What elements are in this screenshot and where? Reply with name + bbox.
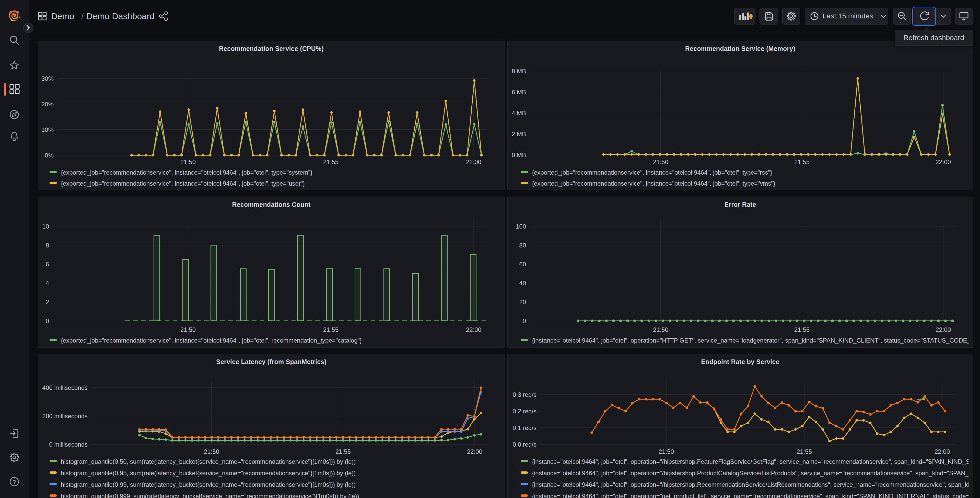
svg-text:21:50: 21:50: [204, 448, 219, 455]
svg-text:30%: 30%: [41, 75, 54, 82]
svg-text:21:55: 21:55: [323, 158, 339, 165]
svg-text:21:55: 21:55: [794, 158, 810, 165]
svg-text:22:00: 22:00: [935, 326, 951, 333]
svg-text:6 MB: 6 MB: [512, 89, 526, 96]
svg-text:21:50: 21:50: [653, 326, 668, 333]
svg-text:60: 60: [519, 261, 526, 268]
svg-text:0.3 req/s: 0.3 req/s: [513, 391, 536, 398]
svg-text:22:00: 22:00: [466, 158, 481, 165]
svg-text:80: 80: [519, 242, 526, 249]
svg-text:21:55: 21:55: [336, 448, 351, 455]
svg-text:0 MB: 0 MB: [512, 152, 526, 158]
svg-text:400 milliseconds: 400 milliseconds: [42, 384, 88, 391]
svg-text:4: 4: [46, 280, 49, 287]
svg-text:10: 10: [42, 223, 49, 230]
svg-text:21:50: 21:50: [180, 326, 196, 333]
svg-text:21:50: 21:50: [653, 158, 668, 165]
svg-text:21:55: 21:55: [323, 326, 339, 333]
svg-text:0: 0: [523, 318, 526, 324]
svg-text:21:50: 21:50: [659, 448, 674, 455]
svg-text:22:00: 22:00: [466, 326, 481, 333]
svg-text:0.0 req/s: 0.0 req/s: [513, 441, 536, 448]
svg-text:22:00: 22:00: [935, 158, 951, 165]
svg-text:200 milliseconds: 200 milliseconds: [42, 413, 88, 420]
svg-text:21:55: 21:55: [794, 326, 810, 333]
svg-text:100: 100: [516, 223, 526, 230]
svg-text:20: 20: [519, 298, 526, 305]
svg-text:8 MB: 8 MB: [512, 68, 526, 75]
svg-text:?: ?: [13, 479, 16, 485]
svg-text:0.1 req/s: 0.1 req/s: [513, 425, 536, 431]
svg-text:22:00: 22:00: [934, 448, 950, 455]
svg-text:20%: 20%: [41, 101, 54, 108]
svg-text:2 MB: 2 MB: [512, 131, 526, 137]
svg-text:2: 2: [46, 298, 49, 305]
svg-text:0%: 0%: [45, 152, 54, 159]
svg-text:0 milliseconds: 0 milliseconds: [49, 441, 88, 448]
svg-text:21:50: 21:50: [180, 158, 196, 165]
svg-text:6: 6: [46, 261, 49, 268]
svg-text:40: 40: [519, 280, 526, 287]
svg-text:8: 8: [46, 242, 49, 249]
svg-text:10%: 10%: [41, 126, 54, 133]
svg-text:22:00: 22:00: [467, 448, 482, 455]
svg-text:4 MB: 4 MB: [512, 110, 526, 117]
svg-text:0.2 req/s: 0.2 req/s: [513, 408, 536, 415]
svg-text:0: 0: [46, 318, 49, 324]
svg-text:21:55: 21:55: [797, 448, 812, 455]
